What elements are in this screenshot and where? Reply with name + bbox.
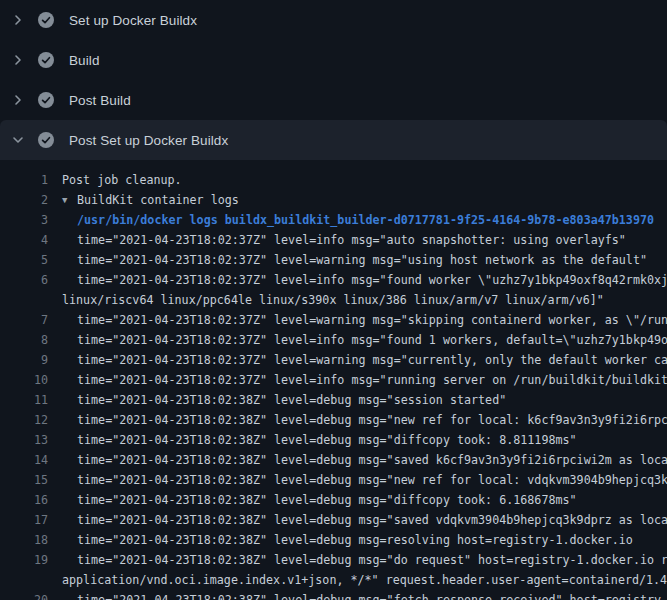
log-message: time="2021-04-23T18:02:38Z" level=debug … <box>77 513 667 527</box>
log-message: time="2021-04-23T18:02:37Z" level=info m… <box>77 333 667 347</box>
log-row: 20 time="2021-04-23T18:02:38Z" level=deb… <box>0 590 667 600</box>
log-row: 10 time="2021-04-23T18:02:37Z" level=inf… <box>0 370 667 390</box>
log-line-text: time="2021-04-23T18:02:38Z" level=debug … <box>48 593 667 600</box>
check-circle-icon <box>38 52 54 68</box>
log-message: application/vnd.oci.image.index.v1+json,… <box>62 573 667 587</box>
log-line-number[interactable]: 15 <box>0 473 48 487</box>
log-message: time="2021-04-23T18:02:37Z" level=warnin… <box>77 313 667 327</box>
log-row: 5 time="2021-04-23T18:02:37Z" level=warn… <box>0 250 667 270</box>
log-line-text: time="2021-04-23T18:02:38Z" level=debug … <box>48 553 667 567</box>
log-row: 16 time="2021-04-23T18:02:38Z" level=deb… <box>0 490 667 510</box>
workflow-log-panel: Set up Docker Buildx Build <box>0 0 667 600</box>
log-message: time="2021-04-23T18:02:38Z" level=debug … <box>77 393 506 407</box>
log-area: 1 Post job cleanup. 2 ▼BuildKit containe… <box>0 160 667 600</box>
log-message: time="2021-04-23T18:02:38Z" level=debug … <box>77 533 633 547</box>
log-message: time="2021-04-23T18:02:38Z" level=debug … <box>77 593 667 600</box>
log-line-text: time="2021-04-23T18:02:37Z" level=info m… <box>48 233 667 247</box>
log-row: 7 time="2021-04-23T18:02:37Z" level=warn… <box>0 310 667 330</box>
log-line-text: time="2021-04-23T18:02:38Z" level=debug … <box>48 433 667 447</box>
log-message: time="2021-04-23T18:02:37Z" level=info m… <box>77 373 667 387</box>
log-line-number[interactable]: 16 <box>0 493 48 507</box>
log-line-text: time="2021-04-23T18:02:38Z" level=debug … <box>48 513 667 527</box>
log-line-text: time="2021-04-23T18:02:37Z" level=warnin… <box>48 313 667 327</box>
log-line-text: time="2021-04-23T18:02:38Z" level=debug … <box>48 473 667 487</box>
section-row-set-up-docker-buildx[interactable]: Set up Docker Buildx <box>0 0 667 40</box>
log-row: 9 time="2021-04-23T18:02:37Z" level=warn… <box>0 350 667 370</box>
log-row: 2 ▼BuildKit container logs <box>0 190 667 210</box>
log-row: 3 /usr/bin/docker logs buildx_buildkit_b… <box>0 210 667 230</box>
log-line-number[interactable]: 10 <box>0 373 48 387</box>
log-message: time="2021-04-23T18:02:37Z" level=info m… <box>77 233 626 247</box>
section-row-post-set-up-docker-buildx[interactable]: Post Set up Docker Buildx <box>0 120 667 160</box>
log-line-text: time="2021-04-23T18:02:38Z" level=debug … <box>48 413 667 427</box>
log-line-text: linux/riscv64 linux/ppc64le linux/s390x … <box>48 293 667 307</box>
log-line-number[interactable]: 18 <box>0 533 48 547</box>
log-line-number[interactable]: 12 <box>0 413 48 427</box>
log-line-text: time="2021-04-23T18:02:37Z" level=info m… <box>48 333 667 347</box>
log-line-number[interactable]: 5 <box>0 253 48 267</box>
log-message: time="2021-04-23T18:02:37Z" level=warnin… <box>77 253 647 267</box>
check-circle-icon <box>38 132 54 148</box>
section-title: Set up Docker Buildx <box>69 13 197 28</box>
chevron-right-icon <box>10 12 26 28</box>
log-row: 6 time="2021-04-23T18:02:37Z" level=info… <box>0 270 667 290</box>
log-line-text: time="2021-04-23T18:02:37Z" level=warnin… <box>48 253 667 267</box>
log-line-text: time="2021-04-23T18:02:37Z" level=info m… <box>48 373 667 387</box>
log-message: time="2021-04-23T18:02:38Z" level=debug … <box>77 413 667 427</box>
log-line-number[interactable]: 13 <box>0 433 48 447</box>
log-row: linux/riscv64 linux/ppc64le linux/s390x … <box>0 290 667 310</box>
section-row-post-build[interactable]: Post Build <box>0 80 667 120</box>
log-row: 19 time="2021-04-23T18:02:38Z" level=deb… <box>0 550 667 570</box>
log-row: 11 time="2021-04-23T18:02:38Z" level=deb… <box>0 390 667 410</box>
section-row-build[interactable]: Build <box>0 40 667 80</box>
log-line-number[interactable]: 20 <box>0 593 48 600</box>
log-line-number[interactable]: 19 <box>0 553 48 567</box>
log-line-number[interactable]: 3 <box>0 213 48 227</box>
chevron-down-icon <box>10 132 26 148</box>
log-line-number[interactable]: 14 <box>0 453 48 467</box>
log-row: 15 time="2021-04-23T18:02:38Z" level=deb… <box>0 470 667 490</box>
log-line-number[interactable]: 6 <box>0 273 48 287</box>
log-line-number[interactable]: 4 <box>0 233 48 247</box>
log-line-text: time="2021-04-23T18:02:38Z" level=debug … <box>48 533 667 547</box>
log-message: /usr/bin/docker logs buildx_buildkit_bui… <box>77 213 654 227</box>
log-row: 1 Post job cleanup. <box>0 170 667 190</box>
log-line-number[interactable]: 7 <box>0 313 48 327</box>
log-row: 17 time="2021-04-23T18:02:38Z" level=deb… <box>0 510 667 530</box>
section-title: Post Set up Docker Buildx <box>69 133 228 148</box>
log-line-text: application/vnd.oci.image.index.v1+json,… <box>48 573 667 587</box>
log-message: time="2021-04-23T18:02:38Z" level=debug … <box>77 433 577 447</box>
log-line-text: time="2021-04-23T18:02:38Z" level=debug … <box>48 393 667 407</box>
log-line-number[interactable]: 1 <box>0 173 48 187</box>
log-row: 18 time="2021-04-23T18:02:38Z" level=deb… <box>0 530 667 550</box>
log-line-number[interactable]: 2 <box>0 193 48 207</box>
collapse-triangle-icon[interactable]: ▼ <box>62 195 77 205</box>
section-list: Set up Docker Buildx Build <box>0 0 667 160</box>
log-line-text: time="2021-04-23T18:02:38Z" level=debug … <box>48 493 667 507</box>
log-message: time="2021-04-23T18:02:38Z" level=debug … <box>77 473 667 487</box>
log-row: 14 time="2021-04-23T18:02:38Z" level=deb… <box>0 450 667 470</box>
log-line-number[interactable]: 8 <box>0 333 48 347</box>
section-title: Post Build <box>69 93 131 108</box>
log-line-text: time="2021-04-23T18:02:38Z" level=debug … <box>48 453 667 467</box>
log-row: 4 time="2021-04-23T18:02:37Z" level=info… <box>0 230 667 250</box>
log-message: Post job cleanup. <box>62 173 182 187</box>
log-message: time="2021-04-23T18:02:38Z" level=debug … <box>77 493 577 507</box>
log-message: time="2021-04-23T18:02:38Z" level=debug … <box>77 453 667 467</box>
log-row: 12 time="2021-04-23T18:02:38Z" level=deb… <box>0 410 667 430</box>
chevron-right-icon <box>10 92 26 108</box>
log-line-text: time="2021-04-23T18:02:37Z" level=info m… <box>48 273 667 287</box>
log-line-number[interactable]: 17 <box>0 513 48 527</box>
log-row: 13 time="2021-04-23T18:02:38Z" level=deb… <box>0 430 667 450</box>
log-line-number[interactable]: 11 <box>0 393 48 407</box>
log-line-text: /usr/bin/docker logs buildx_buildkit_bui… <box>48 213 667 227</box>
log-message: time="2021-04-23T18:02:37Z" level=info m… <box>77 273 667 287</box>
log-group-header[interactable]: ▼BuildKit container logs <box>48 193 667 207</box>
log-row: 8 time="2021-04-23T18:02:37Z" level=info… <box>0 330 667 350</box>
log-message: linux/riscv64 linux/ppc64le linux/s390x … <box>62 293 604 307</box>
log-line-number[interactable]: 9 <box>0 353 48 367</box>
log-message: BuildKit container logs <box>77 193 239 207</box>
check-circle-icon <box>38 92 54 108</box>
log-line-text: Post job cleanup. <box>48 173 667 187</box>
log-line-text: time="2021-04-23T18:02:37Z" level=warnin… <box>48 353 667 367</box>
